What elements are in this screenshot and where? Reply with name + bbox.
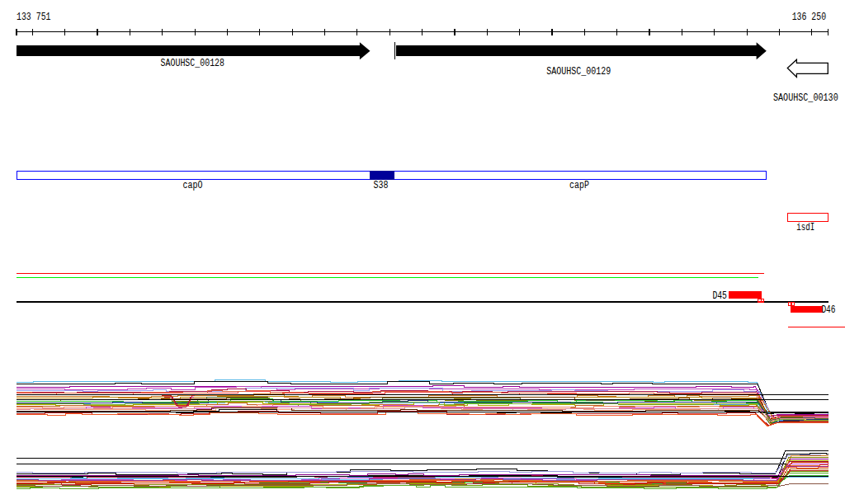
svg-text:capO: capO: [183, 180, 203, 191]
svg-text:SAOUHSC_00130: SAOUHSC_00130: [773, 92, 838, 104]
svg-text:capP: capP: [569, 180, 589, 191]
svg-text:D45: D45: [712, 290, 727, 302]
svg-text:SAOUHSC_00128: SAOUHSC_00128: [161, 58, 224, 69]
svg-text:S38: S38: [373, 180, 388, 191]
svg-text:isdI: isdI: [796, 222, 814, 233]
svg-text:D46: D46: [821, 304, 835, 316]
svg-text:133 751: 133 751: [17, 12, 51, 23]
svg-text:SAOUHSC_00129: SAOUHSC_00129: [546, 66, 611, 78]
svg-text:136 250: 136 250: [792, 12, 826, 23]
